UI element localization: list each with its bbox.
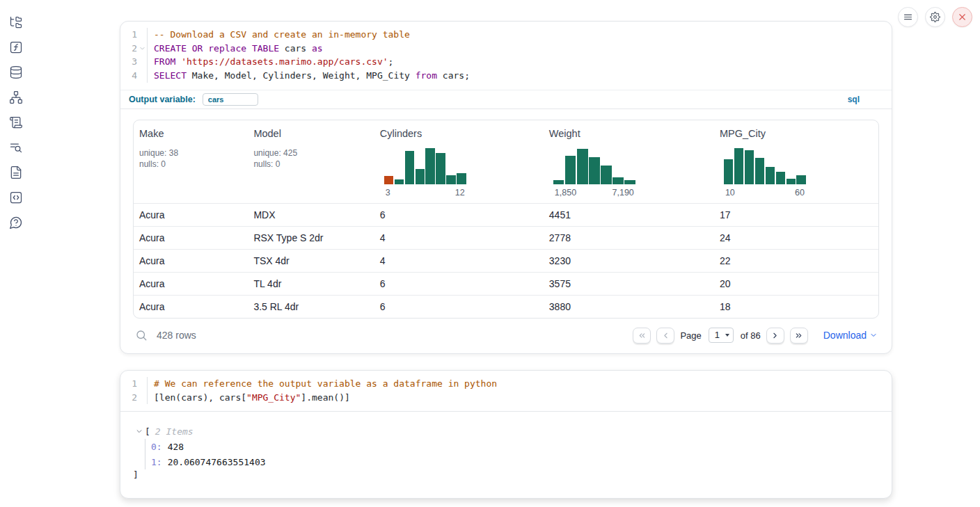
code-text[interactable]: FROM 'https://datasets.marimo.app/cars.c… (147, 55, 892, 69)
table-cell: Acura (134, 301, 248, 312)
column-stats: unique: 38nulls: 0 (139, 147, 242, 170)
output-variable-input[interactable] (203, 93, 258, 106)
code-text[interactable]: # We can reference the output variable a… (147, 377, 892, 391)
last-page-button[interactable] (790, 328, 808, 344)
fold-chevron-icon[interactable] (137, 42, 147, 56)
histogram-bar (416, 169, 425, 184)
code-text[interactable]: -- Download a CSV and create an in-memor… (147, 28, 892, 42)
table-cell: Acura (134, 232, 248, 243)
table-cell: 6 (374, 301, 544, 312)
table-cell: MDX (248, 209, 374, 220)
table-cell: Acura (134, 209, 248, 220)
code-line[interactable]: 1-- Download a CSV and create an in-memo… (120, 28, 892, 42)
previous-page-button[interactable] (656, 328, 674, 344)
code-line[interactable]: 1# We can reference the output variable … (120, 377, 892, 391)
download-label: Download (823, 330, 867, 341)
histogram-bar (745, 150, 754, 184)
table-row[interactable]: AcuraMDX6445117 (134, 203, 878, 226)
cell-language-badge: sql (848, 95, 883, 104)
tree-close-bracket: ] (133, 469, 879, 483)
logs-scroll-icon[interactable] (9, 115, 23, 129)
histogram-bar (624, 180, 635, 184)
table-cell: TSX 4dr (248, 255, 374, 266)
close-icon (957, 12, 967, 22)
column-stats: unique: 425nulls: 0 (253, 147, 368, 170)
line-number: 4 (120, 69, 147, 83)
histogram-bar (446, 175, 455, 184)
histogram-bar (395, 179, 404, 184)
table-cell: TL 4dr (248, 278, 374, 289)
code-line[interactable]: 2CREATE OR replace TABLE cars as (120, 42, 892, 56)
document-icon[interactable] (9, 166, 23, 179)
table-row[interactable]: AcuraTSX 4dr4323022 (134, 249, 878, 272)
table-cell: 4 (374, 232, 544, 243)
menu-button[interactable] (898, 7, 918, 27)
tree-collapse-toggle[interactable] (136, 428, 143, 435)
column-header-make[interactable]: Makeunique: 38nulls: 0 (134, 120, 248, 203)
table-cell: 6 (374, 278, 544, 289)
table-row[interactable]: Acura3.5 RL 4dr6388018 (134, 295, 878, 318)
line-number: 1 (120, 28, 147, 42)
tree-item-key: 0: (151, 442, 162, 452)
chevron-down-icon (869, 331, 878, 339)
shutdown-button[interactable] (952, 7, 972, 27)
help-icon[interactable] (9, 216, 23, 230)
cars-data-table: Makeunique: 38nulls: 0Modelunique: 425nu… (133, 120, 879, 319)
table-header-row: Makeunique: 38nulls: 0Modelunique: 425nu… (134, 120, 878, 203)
histogram-bar (612, 177, 624, 184)
line-number: 2 (120, 42, 147, 56)
page-select[interactable]: 1 (709, 328, 734, 343)
column-header-mpg_city[interactable]: MPG_City1060 (714, 120, 878, 203)
histogram-axis: 312 (384, 188, 466, 198)
histogram-bar (436, 153, 445, 184)
histogram-bar (565, 156, 576, 184)
table-cell: 22 (714, 255, 878, 266)
dependency-graph-icon[interactable] (9, 90, 23, 104)
tree-item-value: 428 (168, 442, 184, 452)
column-header-model[interactable]: Modelunique: 425nulls: 0 (248, 120, 374, 203)
histogram-bar (553, 180, 564, 184)
histogram-bar (457, 173, 466, 184)
code-line[interactable]: 3FROM 'https://datasets.marimo.app/cars.… (120, 55, 892, 69)
code-line[interactable]: 4SELECT Make, Model, Cylinders, Weight, … (120, 69, 892, 83)
table-row[interactable]: AcuraTL 4dr6357520 (134, 272, 878, 295)
output-variable-label: Output variable: (129, 95, 196, 104)
page-label: Page (680, 330, 701, 341)
python-code-editor[interactable]: 1# We can reference the output variable … (120, 371, 892, 411)
histogram-bar (577, 149, 588, 184)
tree-open-bracket: [ (145, 426, 150, 437)
table-cell: 6 (374, 209, 544, 220)
tree-item: 1: 20.060747663551403 (151, 454, 879, 469)
table-search-button[interactable] (135, 329, 148, 341)
settings-button[interactable] (925, 7, 945, 27)
sql-cell: 1-- Download a CSV and create an in-memo… (120, 21, 892, 354)
table-cell: 2778 (544, 232, 714, 243)
snippets-icon[interactable] (9, 191, 23, 204)
output-variable-row: Output variable: sql (120, 90, 892, 108)
code-line[interactable]: 2[len(cars), cars["MPG_City"].mean()] (120, 391, 892, 405)
file-tree-icon[interactable] (9, 15, 23, 29)
function-icon[interactable] (9, 40, 23, 54)
histogram-bar (766, 167, 775, 184)
next-page-button[interactable] (766, 328, 784, 344)
histogram-bar (589, 157, 600, 184)
database-icon[interactable] (9, 65, 23, 79)
table-cell: 17 (714, 209, 878, 220)
column-histogram: 1,8507,190 (553, 148, 635, 198)
python-output: [ 2 Items 0: 428 1: 20.060747663551403 ] (120, 412, 892, 498)
line-number: 1 (120, 377, 147, 391)
code-text[interactable]: [len(cars), cars["MPG_City"].mean()] (147, 391, 892, 405)
column-header-cylinders[interactable]: Cylinders312 (374, 120, 544, 203)
sql-code-editor[interactable]: 1-- Download a CSV and create an in-memo… (120, 22, 892, 90)
histogram-bar (755, 158, 764, 184)
column-header-weight[interactable]: Weight1,8507,190 (544, 120, 714, 203)
code-text[interactable]: CREATE OR replace TABLE cars as (147, 42, 892, 56)
histogram-axis: 1060 (724, 188, 806, 198)
list-search-icon[interactable] (9, 140, 23, 154)
table-row[interactable]: AcuraRSX Type S 2dr4277824 (134, 226, 878, 249)
code-text[interactable]: SELECT Make, Model, Cylinders, Weight, M… (147, 69, 892, 83)
first-page-button[interactable] (633, 328, 651, 344)
chevron-down-icon (136, 428, 143, 435)
notebook-actions (898, 7, 972, 27)
download-button[interactable]: Download (823, 330, 878, 341)
